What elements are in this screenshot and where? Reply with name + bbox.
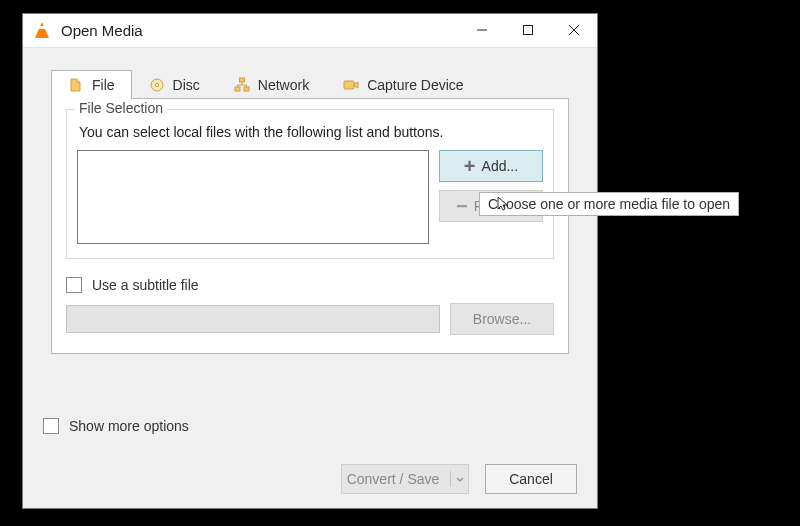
vlc-cone-icon — [33, 22, 51, 40]
chevron-down-icon — [456, 471, 464, 487]
svg-rect-9 — [344, 81, 354, 89]
show-more-row: Show more options — [43, 418, 189, 434]
plus-icon: + — [464, 156, 476, 176]
maximize-button[interactable] — [505, 14, 551, 47]
open-media-window: Open Media File — [22, 13, 598, 509]
convert-save-label: Convert / Save — [342, 471, 444, 487]
close-button[interactable] — [551, 14, 597, 47]
tab-network[interactable]: Network — [217, 70, 326, 99]
subtitle-path-input[interactable] — [66, 305, 440, 333]
svg-rect-8 — [239, 78, 244, 82]
add-button-tooltip: Choose one or more media file to open — [479, 192, 739, 216]
maximize-icon — [522, 23, 534, 39]
add-button-label: Add... — [482, 158, 519, 174]
window-title: Open Media — [61, 22, 143, 39]
browse-button[interactable]: Browse... — [450, 303, 554, 335]
mouse-cursor-icon — [496, 196, 512, 212]
svg-rect-6 — [235, 87, 240, 91]
file-selection-hint: You can select local files with the foll… — [79, 124, 543, 140]
tab-strip: File Disc Network Capture Device — [23, 48, 597, 99]
tab-label: Network — [258, 77, 309, 93]
tab-disc[interactable]: Disc — [132, 70, 217, 99]
lower-area: Show more options Convert / Save Cancel — [23, 360, 597, 508]
tab-file[interactable]: File — [51, 70, 132, 99]
svg-rect-1 — [524, 25, 533, 34]
close-icon — [568, 23, 580, 39]
subtitle-checkbox-label: Use a subtitle file — [92, 277, 199, 293]
titlebar: Open Media — [23, 14, 597, 48]
minus-icon: − — [456, 196, 468, 216]
add-button[interactable]: + Add... — [439, 150, 543, 182]
capture-icon — [343, 77, 359, 93]
browse-button-label: Browse... — [473, 311, 531, 327]
file-tab-panel: File Selection You can select local file… — [51, 98, 569, 354]
convert-save-button[interactable]: Convert / Save — [341, 464, 469, 494]
minimize-button[interactable] — [459, 14, 505, 47]
dialog-footer: Convert / Save Cancel — [341, 464, 577, 494]
dropdown-caret[interactable] — [450, 471, 468, 487]
show-more-checkbox[interactable] — [43, 418, 59, 434]
disc-icon — [149, 77, 165, 93]
cancel-button-label: Cancel — [509, 471, 553, 487]
subtitle-checkbox-row: Use a subtitle file — [66, 277, 554, 293]
subtitle-checkbox[interactable] — [66, 277, 82, 293]
group-legend: File Selection — [75, 100, 167, 116]
svg-point-5 — [155, 83, 158, 86]
cancel-button[interactable]: Cancel — [485, 464, 577, 494]
tab-label: Capture Device — [367, 77, 464, 93]
window-controls — [459, 14, 597, 47]
tab-capture[interactable]: Capture Device — [326, 70, 481, 99]
minimize-icon — [476, 23, 488, 39]
network-icon — [234, 77, 250, 93]
show-more-label: Show more options — [69, 418, 189, 434]
tab-label: File — [92, 77, 115, 93]
svg-rect-7 — [244, 87, 249, 91]
tab-label: Disc — [173, 77, 200, 93]
file-icon — [68, 77, 84, 93]
file-selection-group: File Selection You can select local file… — [66, 109, 554, 259]
file-list[interactable] — [77, 150, 429, 244]
